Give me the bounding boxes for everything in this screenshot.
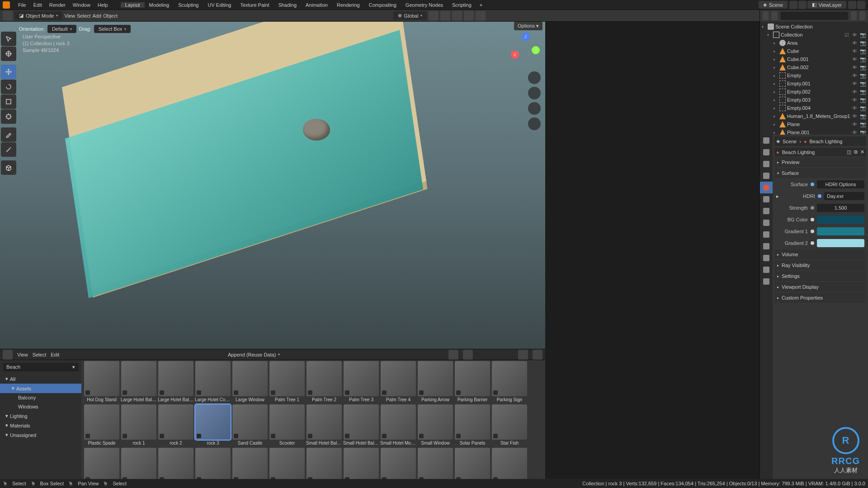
asset-item[interactable]: Small Hotel Moder... <box>380 404 417 448</box>
asset-category-balcony[interactable]: Balcony <box>0 393 81 402</box>
eye-icon[interactable]: 👁 <box>852 56 859 62</box>
view-menu[interactable]: View <box>64 13 75 19</box>
asset-library-dropdown[interactable]: Beach▾ <box>3 363 79 371</box>
asset-thumbnail[interactable] <box>307 448 342 479</box>
pivot-button[interactable] <box>429 11 439 21</box>
tab-data[interactable] <box>760 252 773 264</box>
eye-icon[interactable]: 👁 <box>852 97 859 103</box>
orientation-dropdown[interactable]: Default▾ <box>47 25 76 33</box>
asset-category-materials[interactable]: ▾Materials <box>0 421 81 430</box>
node-socket-icon[interactable] <box>811 206 814 210</box>
viewlayer-selector[interactable]: ◧ViewLayer <box>807 1 846 9</box>
strength-field[interactable]: 1.500 <box>817 204 864 212</box>
asset-item[interactable]: rock 2 <box>157 404 194 448</box>
perspective-icon[interactable] <box>528 117 541 130</box>
axis-y[interactable]: Y <box>532 46 540 54</box>
menu-render[interactable]: Render <box>46 2 69 8</box>
tab-viewlayer[interactable] <box>760 158 773 170</box>
outliner-row[interactable]: ▸Plane👁📷 <box>760 120 868 128</box>
tab-texture[interactable] <box>760 276 773 287</box>
drag-dropdown[interactable]: Select Box▾ <box>94 25 131 33</box>
asset-thumbnail[interactable] <box>158 448 193 479</box>
viewlayer-new-button[interactable] <box>848 1 856 9</box>
eye-icon[interactable]: 👁 <box>852 130 859 135</box>
asset-import-method[interactable]: Append (Reuse Data)▾ <box>223 351 284 359</box>
property-breadcrumb[interactable]: ◈Scene › ●Beach Lighting <box>774 136 866 146</box>
eye-icon[interactable]: 👁 <box>852 65 859 70</box>
asset-thumbnail[interactable] <box>492 404 527 440</box>
asset-thumbnail[interactable] <box>307 361 342 396</box>
eye-icon[interactable]: 👁 <box>852 122 859 127</box>
addcube-tool[interactable] <box>1 160 16 175</box>
asset-thumbnail[interactable] <box>492 361 527 396</box>
axis-x[interactable]: X <box>511 51 519 59</box>
asset-item[interactable]: Street Lamp <box>83 448 120 479</box>
asset-item[interactable]: Sun Lounger Up <box>120 448 157 479</box>
outliner-new-collection[interactable] <box>859 11 865 20</box>
asset-search-button[interactable] <box>463 350 473 360</box>
gradient1-field[interactable] <box>817 227 864 235</box>
asset-item[interactable]: Large Hotel Balcon... <box>157 361 194 404</box>
move-tool[interactable] <box>1 65 16 79</box>
add-workspace[interactable]: + <box>476 2 486 8</box>
outliner-row[interactable]: ▸Cube.002👁📷 <box>760 63 868 71</box>
asset-item[interactable]: Window Rectangle... <box>491 448 528 479</box>
asset-item[interactable]: Plastic Spade <box>83 404 120 448</box>
asset-item[interactable]: Palm Tree 3 <box>343 361 380 404</box>
panel-ray[interactable]: ▸Ray Visibility <box>774 260 866 270</box>
outliner-collection[interactable]: ▾ Collection ☑ 👁 📷 <box>760 31 868 39</box>
proportional-toggle[interactable] <box>464 11 474 21</box>
cursor-tool[interactable] <box>1 47 16 61</box>
asset-category-unassigned[interactable]: ▾Unassigned <box>0 430 81 440</box>
render-icon[interactable]: 📷 <box>860 122 866 127</box>
outliner-row[interactable]: ▸Cube👁📷 <box>760 47 868 55</box>
zoom-icon[interactable] <box>528 71 541 84</box>
node-socket-icon[interactable] <box>818 194 821 198</box>
asset-thumbnail[interactable] <box>492 448 527 479</box>
render-icon[interactable]: 📷 <box>860 113 866 119</box>
pan-icon[interactable] <box>528 87 541 99</box>
asset-thumbnail[interactable] <box>381 404 416 440</box>
asset-thumbnail[interactable] <box>195 404 231 440</box>
outliner-row[interactable]: ▸Empty👁📷 <box>760 71 868 80</box>
asset-category-lighting[interactable]: ▾Lighting <box>0 411 81 421</box>
asset-thumbnail[interactable] <box>232 404 268 440</box>
outliner-type-button[interactable] <box>763 11 769 20</box>
scale-tool[interactable] <box>1 94 16 109</box>
eye-icon[interactable]: 👁 <box>852 89 859 94</box>
tab-render[interactable] <box>760 135 773 146</box>
asset-item[interactable]: Sun Shader <box>157 448 194 479</box>
outliner-row[interactable]: ▸Empty.001👁📷 <box>760 80 868 88</box>
render-icon[interactable]: 📷 <box>860 81 866 87</box>
tab-constraints[interactable] <box>760 240 773 252</box>
asset-category-windows[interactable]: Windows <box>0 402 81 411</box>
asset-view-menu[interactable]: View <box>17 352 28 357</box>
asset-thumbnail[interactable] <box>84 404 119 440</box>
asset-thumbnail[interactable] <box>195 361 231 396</box>
asset-thumbnail[interactable] <box>455 361 490 396</box>
asset-thumbnail[interactable] <box>269 448 305 479</box>
asset-item[interactable]: Star Fish <box>491 404 528 448</box>
asset-thumbnail[interactable] <box>418 361 453 396</box>
workspace-uv[interactable]: UV Editing <box>203 2 236 8</box>
asset-thumbnail[interactable] <box>121 448 156 479</box>
outliner-display-button[interactable] <box>771 11 777 20</box>
asset-thumbnail[interactable] <box>418 448 453 479</box>
workspace-animation[interactable]: Animation <box>301 2 332 8</box>
asset-item[interactable]: Wheely Bin Brown <box>343 448 380 479</box>
asset-select-menu[interactable]: Select <box>33 352 47 357</box>
new-world-button[interactable]: ◫ <box>847 149 851 155</box>
asset-thumbnail[interactable] <box>381 361 416 396</box>
asset-thumbnail[interactable] <box>344 448 379 479</box>
workspace-scripting[interactable]: Scripting <box>448 2 476 8</box>
asset-item[interactable]: rock 3 <box>194 404 231 448</box>
asset-display-button[interactable] <box>448 350 458 360</box>
asset-item[interactable]: Small Hotel Balcon... <box>306 404 343 448</box>
outliner-scene-collection[interactable]: ▾ Scene Collection <box>760 23 868 31</box>
eye-icon[interactable]: 👁 <box>852 48 859 54</box>
asset-thumbnail[interactable] <box>381 448 416 479</box>
outliner-row[interactable]: ▸Plane.001👁📷 <box>760 128 868 135</box>
asset-thumbnail[interactable] <box>344 361 379 396</box>
outliner-filter-button[interactable] <box>851 11 857 20</box>
asset-item[interactable]: Small Hotel Balcon... <box>343 404 380 448</box>
